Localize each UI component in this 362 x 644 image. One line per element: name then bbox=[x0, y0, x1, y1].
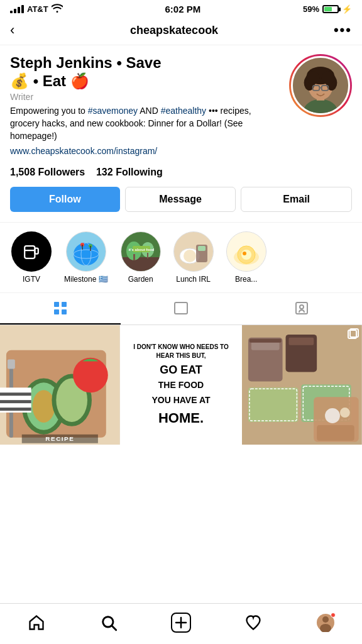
story-circle-garden: it's about food bbox=[121, 231, 161, 272]
svg-point-41 bbox=[243, 252, 246, 255]
profile-top: Steph Jenkins • Save 💰 • Eat 🍎 Writer Em… bbox=[10, 54, 352, 160]
photo-grid: RECIPE I DON'T KNOW WHO NEEDS TO HEAR TH… bbox=[0, 325, 362, 445]
svg-point-7 bbox=[306, 71, 319, 84]
status-bar: AT&T 6:02 PM 59% ⚡ bbox=[0, 0, 362, 17]
svg-rect-46 bbox=[175, 303, 187, 314]
svg-point-48 bbox=[300, 305, 304, 309]
svg-rect-42 bbox=[54, 302, 59, 307]
story-circle-igtv bbox=[11, 231, 52, 272]
svg-point-17 bbox=[74, 243, 99, 265]
nav-heart[interactable] bbox=[241, 610, 266, 635]
svg-rect-29 bbox=[147, 253, 148, 258]
svg-rect-61 bbox=[0, 400, 31, 403]
avatar-ring bbox=[289, 54, 352, 117]
svg-point-76 bbox=[325, 408, 340, 423]
profile-bio-label: Writer bbox=[10, 92, 282, 102]
search-icon bbox=[100, 614, 118, 631]
story-label-lunch: Lunch IRL bbox=[176, 275, 211, 284]
stories-section: IGTV Milestone 🇬🇷 bbox=[0, 222, 362, 293]
website-link[interactable]: www.cheapskatecook.com/instagram/ bbox=[10, 146, 157, 156]
svg-rect-68 bbox=[250, 339, 282, 343]
signal-icon bbox=[10, 5, 24, 13]
message-button[interactable]: Message bbox=[125, 187, 236, 212]
tab-feed[interactable] bbox=[121, 293, 241, 325]
profile-link: www.cheapskatecook.com/instagram/ bbox=[10, 145, 282, 157]
following-label: Following bbox=[116, 167, 163, 177]
story-item-lunch[interactable]: Lunch IRL bbox=[167, 228, 220, 287]
svg-point-77 bbox=[340, 408, 350, 418]
avatar bbox=[291, 56, 350, 115]
tagged-icon bbox=[294, 301, 309, 316]
svg-rect-71 bbox=[248, 387, 298, 422]
story-item-igtv[interactable]: IGTV bbox=[5, 228, 58, 287]
svg-text:RECIPE: RECIPE bbox=[45, 435, 74, 441]
svg-rect-25 bbox=[121, 257, 160, 271]
svg-point-53 bbox=[33, 390, 55, 423]
more-button[interactable]: ••• bbox=[334, 22, 352, 38]
story-circle-milestone bbox=[66, 231, 106, 272]
story-label-igtv: IGTV bbox=[23, 275, 40, 284]
tab-tagged[interactable] bbox=[241, 293, 362, 325]
svg-rect-12 bbox=[20, 240, 43, 263]
status-time: 6:02 PM bbox=[165, 4, 200, 14]
bottom-nav bbox=[0, 603, 362, 644]
svg-point-87 bbox=[322, 616, 329, 623]
story-label-breakfast: Brea... bbox=[235, 275, 257, 284]
story-circle-breakfast bbox=[226, 231, 266, 272]
back-button[interactable]: ‹ bbox=[10, 22, 14, 38]
svg-rect-43 bbox=[62, 302, 67, 307]
nav-add[interactable] bbox=[168, 610, 194, 635]
svg-text:it's about food: it's about food bbox=[128, 248, 154, 252]
nav-header: ‹ cheapskatecook ••• bbox=[0, 17, 362, 45]
profile-name: Steph Jenkins • Save 💰 • Eat 🍎 bbox=[10, 54, 282, 91]
photo-cell-3[interactable] bbox=[242, 325, 362, 445]
story-item-milestone[interactable]: Milestone 🇬🇷 bbox=[58, 228, 114, 287]
photo-cell-1[interactable]: RECIPE bbox=[0, 325, 120, 445]
status-left: AT&T bbox=[10, 4, 63, 14]
svg-rect-78 bbox=[317, 425, 354, 441]
nav-home[interactable] bbox=[24, 610, 49, 635]
carrier-label: AT&T bbox=[27, 4, 48, 14]
svg-rect-70 bbox=[289, 338, 314, 345]
svg-rect-45 bbox=[62, 309, 67, 314]
wifi-icon bbox=[52, 4, 63, 14]
svg-rect-44 bbox=[54, 309, 59, 314]
home-icon bbox=[28, 614, 45, 631]
profile-section: Steph Jenkins • Save 💰 • Eat 🍎 Writer Em… bbox=[0, 45, 362, 212]
svg-point-8 bbox=[322, 71, 335, 84]
story-label-milestone: Milestone 🇬🇷 bbox=[64, 275, 108, 284]
photo-cell-2[interactable]: I DON'T KNOW WHO NEEDS TO HEAR THIS BUT,… bbox=[121, 325, 241, 445]
feed-icon bbox=[173, 301, 189, 316]
username-title: cheapskatecook bbox=[130, 24, 218, 37]
profile-stats: 1,508 Followers 132 Following bbox=[10, 167, 352, 178]
add-icon bbox=[171, 613, 191, 633]
charging-icon: ⚡ bbox=[342, 4, 352, 14]
tab-grid[interactable] bbox=[0, 293, 121, 325]
battery-icon bbox=[322, 5, 339, 13]
followers-label: Followers bbox=[38, 167, 85, 177]
following-count[interactable]: 132 bbox=[96, 167, 113, 177]
nav-search[interactable] bbox=[96, 610, 121, 635]
multi-photo-badge bbox=[348, 328, 359, 340]
svg-point-34 bbox=[184, 250, 196, 262]
hashtag1[interactable]: #savemoney bbox=[88, 106, 138, 116]
svg-rect-28 bbox=[133, 254, 135, 260]
quote-text: I DON'T KNOW WHO NEEDS TO HEAR THIS BUT,… bbox=[126, 343, 236, 428]
nav-profile[interactable] bbox=[313, 610, 338, 635]
hashtag2[interactable]: #eathealthy bbox=[161, 106, 206, 116]
grid-icon bbox=[53, 301, 68, 316]
story-item-breakfast[interactable]: Brea... bbox=[220, 228, 269, 287]
profile-name-area: Steph Jenkins • Save 💰 • Eat 🍎 Writer Em… bbox=[10, 54, 289, 160]
heart-icon bbox=[244, 614, 262, 631]
svg-point-56 bbox=[73, 357, 108, 392]
svg-rect-36 bbox=[198, 246, 206, 251]
email-button[interactable]: Email bbox=[241, 187, 352, 212]
story-item-garden[interactable]: it's about food Garden bbox=[114, 228, 167, 287]
follow-button[interactable]: Follow bbox=[10, 187, 120, 212]
svg-line-82 bbox=[112, 626, 116, 630]
battery-percent: 59% bbox=[303, 4, 319, 14]
svg-rect-60 bbox=[0, 392, 31, 396]
profile-bio: Empowering you to #savemoney AND #eathea… bbox=[10, 104, 282, 143]
svg-point-40 bbox=[241, 250, 251, 260]
followers-count[interactable]: 1,508 bbox=[10, 167, 35, 177]
